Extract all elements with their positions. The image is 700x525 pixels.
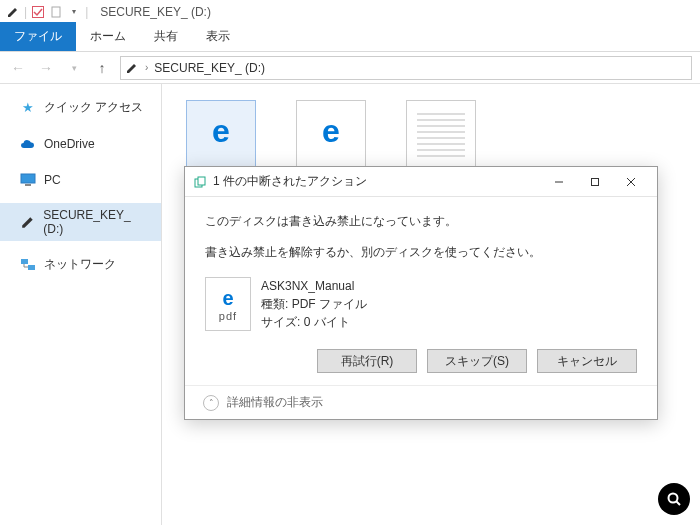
dialog-body: このディスクは書き込み禁止になっています。 書き込み禁止を解除するか、別のディス…: [185, 197, 657, 385]
star-icon: ★: [20, 100, 36, 116]
cancel-button[interactable]: キャンセル: [537, 349, 637, 373]
svg-rect-7: [198, 177, 205, 185]
sidebar-item-label: OneDrive: [44, 137, 95, 151]
drive-pencil-icon: [125, 61, 139, 75]
up-icon[interactable]: ↑: [92, 58, 112, 78]
sidebar-item-label: PC: [44, 173, 61, 187]
tab-file[interactable]: ファイル: [0, 22, 76, 51]
dialog-file-row: e pdf ASK3NX_Manual 種類: PDF ファイル サイズ: 0 …: [205, 277, 637, 331]
dialog-titlebar: 1 件の中断されたアクション: [185, 167, 657, 197]
path-segment[interactable]: SECURE_KEY_ (D:): [154, 61, 265, 75]
chevron-up-icon: ˄: [203, 395, 219, 411]
dialog-file-meta: ASK3NX_Manual 種類: PDF ファイル サイズ: 0 バイト: [261, 277, 367, 331]
maximize-button[interactable]: [577, 169, 613, 195]
edge-icon: e: [322, 113, 340, 150]
pencil-icon: [20, 214, 35, 230]
separator: |: [85, 5, 88, 19]
skip-button[interactable]: スキップ(S): [427, 349, 527, 373]
sidebar-item-secure-key[interactable]: SECURE_KEY_ (D:): [0, 203, 161, 241]
file-size: サイズ: 0 バイト: [261, 313, 367, 331]
separator: |: [24, 5, 27, 19]
pdf-label: pdf: [219, 310, 237, 322]
cloud-icon: [20, 136, 36, 152]
navbar: ← → ▾ ↑ › SECURE_KEY_ (D:): [0, 52, 700, 84]
minimize-button[interactable]: [541, 169, 577, 195]
tab-view[interactable]: 表示: [192, 22, 244, 51]
dialog-message-2: 書き込み禁止を解除するか、別のディスクを使ってください。: [205, 244, 637, 261]
pdf-file-icon: e pdf: [205, 277, 251, 331]
sidebar-item-onedrive[interactable]: OneDrive: [0, 131, 161, 157]
check-icon[interactable]: [31, 5, 45, 19]
zoom-button[interactable]: [658, 483, 690, 515]
svg-rect-9: [592, 178, 599, 185]
edge-icon: e: [222, 287, 233, 310]
sidebar-item-quick-access[interactable]: ★ クイック アクセス: [0, 94, 161, 121]
sidebar-item-label: クイック アクセス: [44, 99, 143, 116]
ribbon-tabs: ファイル ホーム 共有 表示: [0, 24, 700, 52]
back-icon[interactable]: ←: [8, 58, 28, 78]
forward-icon[interactable]: →: [36, 58, 56, 78]
dialog-message-1: このディスクは書き込み禁止になっています。: [205, 213, 637, 230]
sidebar-item-pc[interactable]: PC: [0, 167, 161, 193]
sidebar: ★ クイック アクセス OneDrive PC SECURE_KEY_ (D:): [0, 84, 162, 525]
edge-icon: e: [212, 113, 230, 150]
svg-point-12: [669, 494, 678, 503]
dialog-title: 1 件の中断されたアクション: [213, 173, 541, 190]
svg-rect-3: [25, 184, 31, 186]
titlebar: | ▾ | SECURE_KEY_ (D:): [0, 0, 700, 24]
interrupted-action-dialog: 1 件の中断されたアクション このディスクは書き込み禁止になっています。 書き込…: [184, 166, 658, 420]
svg-rect-4: [21, 259, 28, 264]
file-type: 種類: PDF ファイル: [261, 295, 367, 313]
dialog-footer[interactable]: ˄ 詳細情報の非表示: [185, 385, 657, 419]
window-title: SECURE_KEY_ (D:): [100, 5, 211, 19]
svg-rect-5: [28, 265, 35, 270]
dialog-actions: 再試行(R) スキップ(S) キャンセル: [205, 349, 637, 373]
tab-home[interactable]: ホーム: [76, 22, 140, 51]
chevron-right-icon[interactable]: ›: [145, 62, 148, 73]
doc-icon[interactable]: [49, 5, 63, 19]
address-bar[interactable]: › SECURE_KEY_ (D:): [120, 56, 692, 80]
retry-button[interactable]: 再試行(R): [317, 349, 417, 373]
sidebar-item-label: ネットワーク: [44, 256, 116, 273]
svg-line-13: [677, 502, 681, 506]
monitor-icon: [20, 172, 36, 188]
network-icon: [20, 257, 36, 273]
dropdown-history-icon[interactable]: ▾: [64, 58, 84, 78]
sidebar-item-network[interactable]: ネットワーク: [0, 251, 161, 278]
copy-icon: [193, 175, 207, 189]
file-name: ASK3NX_Manual: [261, 277, 367, 295]
sidebar-item-label: SECURE_KEY_ (D:): [43, 208, 149, 236]
pencil-icon: [6, 5, 20, 19]
tab-share[interactable]: 共有: [140, 22, 192, 51]
details-toggle-label: 詳細情報の非表示: [227, 394, 323, 411]
svg-rect-1: [52, 7, 60, 17]
svg-rect-2: [21, 174, 35, 183]
close-button[interactable]: [613, 169, 649, 195]
dropdown-icon[interactable]: ▾: [67, 5, 81, 19]
